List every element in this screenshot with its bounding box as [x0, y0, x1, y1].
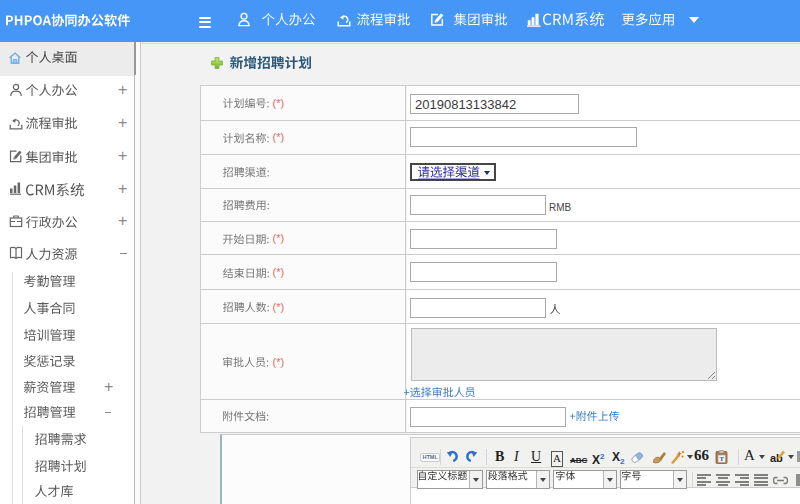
svg-text:T: T — [720, 455, 725, 462]
